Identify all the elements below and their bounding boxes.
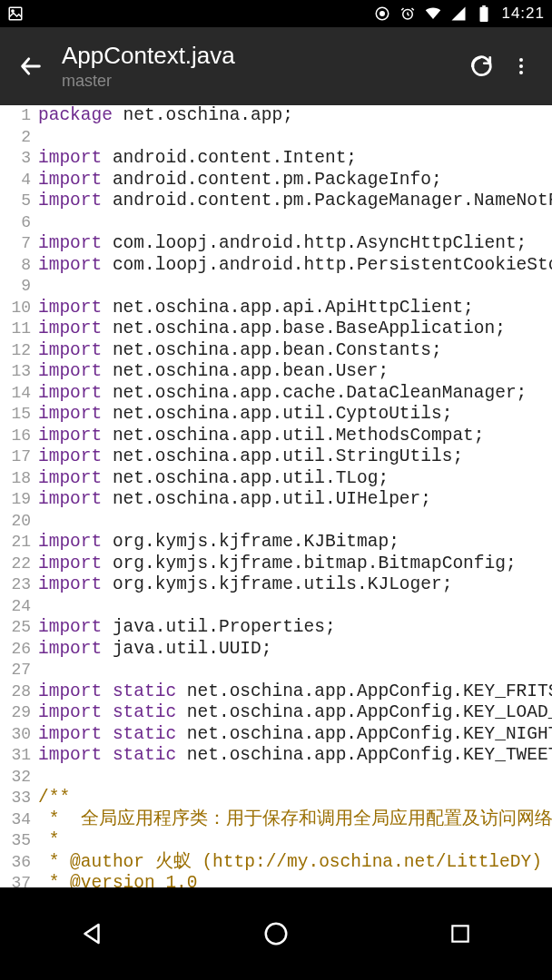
line-number: 15 xyxy=(0,404,38,426)
code-line: 5import android.content.pm.PackageManage… xyxy=(0,191,552,212)
line-number: 14 xyxy=(0,383,38,405)
line-number: 37 xyxy=(0,873,38,887)
code-line: 15import net.oschina.app.util.CyptoUtils… xyxy=(0,404,552,426)
line-number: 21 xyxy=(0,532,38,554)
line-content: import net.oschina.app.util.StringUtils; xyxy=(38,446,552,468)
more-button[interactable] xyxy=(501,46,541,86)
line-content xyxy=(38,212,552,234)
line-content: import static net.oschina.app.AppConfig.… xyxy=(38,702,552,724)
code-line: 14import net.oschina.app.cache.DataClean… xyxy=(0,383,552,405)
nav-back-button[interactable] xyxy=(72,914,112,954)
line-number: 7 xyxy=(0,233,38,255)
line-content xyxy=(38,767,552,789)
line-content xyxy=(38,660,552,681)
line-number: 36 xyxy=(0,852,38,874)
line-number: 10 xyxy=(0,298,38,319)
svg-point-3 xyxy=(380,12,385,16)
line-number: 30 xyxy=(0,724,38,746)
code-line: 6 xyxy=(0,212,552,234)
code-line: 2 xyxy=(0,127,552,149)
line-content: * 全局应用程序类：用于保存和调用全局应用配置及访问网络数据 xyxy=(38,809,552,831)
line-number: 2 xyxy=(0,127,38,149)
code-line: 9 xyxy=(0,276,552,298)
line-content: import java.util.Properties; xyxy=(38,617,552,639)
line-content: import org.kymjs.kjframe.utils.KJLoger; xyxy=(38,574,552,596)
image-notification-icon xyxy=(7,5,24,22)
line-content: import net.oschina.app.util.MethodsCompa… xyxy=(38,426,552,447)
line-content xyxy=(38,127,552,149)
svg-point-1 xyxy=(12,10,14,12)
line-number: 18 xyxy=(0,468,38,490)
line-content: import java.util.UUID; xyxy=(38,639,552,661)
line-content: /** xyxy=(38,788,552,809)
line-content: import net.oschina.app.util.TLog; xyxy=(38,468,552,490)
code-line: 23import org.kymjs.kjframe.utils.KJLoger… xyxy=(0,574,552,596)
code-line: 1package net.oschina.app; xyxy=(0,105,552,127)
line-content: import net.oschina.app.bean.User; xyxy=(38,361,552,383)
line-number: 4 xyxy=(0,170,38,191)
svg-point-9 xyxy=(519,71,523,74)
status-clock: 14:21 xyxy=(501,5,545,23)
code-line: 26import java.util.UUID; xyxy=(0,639,552,661)
code-viewer[interactable]: 1package net.oschina.app;23import androi… xyxy=(0,105,552,887)
line-content: import net.oschina.app.util.UIHelper; xyxy=(38,489,552,511)
line-content: import org.kymjs.kjframe.bitmap.BitmapCo… xyxy=(38,554,552,575)
code-line: 24 xyxy=(0,596,552,618)
line-number: 5 xyxy=(0,191,38,212)
svg-rect-11 xyxy=(452,926,468,941)
refresh-button[interactable] xyxy=(461,46,501,86)
navigation-bar xyxy=(0,887,552,980)
code-line: 21import org.kymjs.kjframe.KJBitmap; xyxy=(0,532,552,554)
line-content: * xyxy=(38,830,552,852)
line-content: import static net.oschina.app.AppConfig.… xyxy=(38,724,552,746)
line-number: 28 xyxy=(0,681,38,703)
line-content: import net.oschina.app.base.BaseApplicat… xyxy=(38,318,552,340)
svg-point-8 xyxy=(519,64,523,68)
line-content: import net.oschina.app.bean.Constants; xyxy=(38,340,552,362)
code-line: 10import net.oschina.app.api.ApiHttpClie… xyxy=(0,298,552,319)
signal-icon xyxy=(450,5,467,22)
svg-rect-5 xyxy=(480,7,488,22)
line-content: import com.loopj.android.http.AsyncHttpC… xyxy=(38,233,552,255)
page-subtitle: master xyxy=(62,72,461,91)
code-line: 12import net.oschina.app.bean.Constants; xyxy=(0,340,552,362)
line-content: import static net.oschina.app.AppConfig.… xyxy=(38,745,552,767)
svg-point-7 xyxy=(519,58,523,62)
line-number: 8 xyxy=(0,255,38,277)
line-number: 19 xyxy=(0,489,38,511)
line-number: 6 xyxy=(0,212,38,234)
line-content: import org.kymjs.kjframe.KJBitmap; xyxy=(38,532,552,554)
line-content: import net.oschina.app.api.ApiHttpClient… xyxy=(38,298,552,319)
nav-home-button[interactable] xyxy=(256,914,296,954)
code-line: 37 * @version 1.0 xyxy=(0,873,552,887)
code-line: 28import static net.oschina.app.AppConfi… xyxy=(0,681,552,703)
line-content: import android.content.pm.PackageInfo; xyxy=(38,170,552,191)
code-line: 25import java.util.Properties; xyxy=(0,617,552,639)
code-line: 33/** xyxy=(0,788,552,809)
code-line: 32 xyxy=(0,767,552,789)
line-content: import net.oschina.app.cache.DataCleanMa… xyxy=(38,383,552,405)
line-number: 1 xyxy=(0,105,38,127)
back-button[interactable] xyxy=(11,46,51,86)
line-number: 23 xyxy=(0,574,38,596)
line-number: 25 xyxy=(0,617,38,639)
alarm-icon xyxy=(399,5,416,22)
line-number: 16 xyxy=(0,426,38,447)
line-number: 13 xyxy=(0,361,38,383)
line-number: 20 xyxy=(0,511,38,533)
code-line: 18import net.oschina.app.util.TLog; xyxy=(0,468,552,490)
line-number: 35 xyxy=(0,830,38,852)
code-line: 11import net.oschina.app.base.BaseApplic… xyxy=(0,318,552,340)
nav-recent-button[interactable] xyxy=(440,914,480,954)
line-number: 22 xyxy=(0,554,38,575)
line-content: import static net.oschina.app.AppConfig.… xyxy=(38,681,552,703)
code-line: 35 * xyxy=(0,830,552,852)
line-number: 17 xyxy=(0,446,38,468)
line-content: import net.oschina.app.util.CyptoUtils; xyxy=(38,404,552,426)
code-line: 17import net.oschina.app.util.StringUtil… xyxy=(0,446,552,468)
code-line: 3import android.content.Intent; xyxy=(0,148,552,170)
code-line: 16import net.oschina.app.util.MethodsCom… xyxy=(0,426,552,447)
code-line: 22import org.kymjs.kjframe.bitmap.Bitmap… xyxy=(0,554,552,575)
line-number: 27 xyxy=(0,660,38,681)
line-number: 32 xyxy=(0,767,38,789)
